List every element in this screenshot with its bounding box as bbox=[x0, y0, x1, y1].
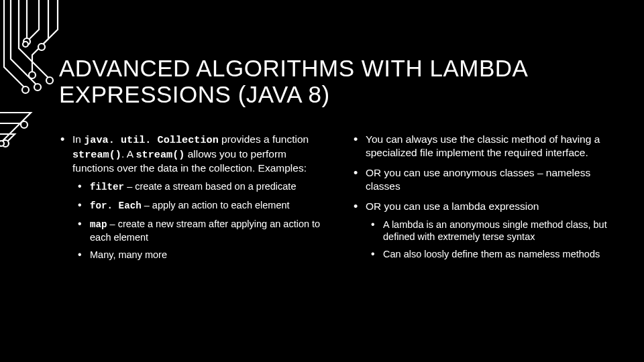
svg-point-3 bbox=[29, 72, 36, 78]
svg-point-5 bbox=[34, 84, 41, 90]
text: OR you can use a lambda expression bbox=[366, 200, 539, 212]
text: Can also loosly define them as nameless … bbox=[383, 249, 600, 259]
code: map bbox=[90, 219, 107, 230]
text: OR you can use anonymous classes – namel… bbox=[366, 167, 590, 192]
code: for. Each bbox=[90, 200, 142, 211]
left-sub-map: map – create a new stream after applying… bbox=[76, 218, 324, 243]
right-sub-lambda-def: A lambda is an anonymous single method c… bbox=[370, 219, 617, 243]
left-sub-foreach: for. Each – apply an action to each elem… bbox=[76, 199, 324, 213]
svg-point-6 bbox=[22, 86, 29, 93]
text: provides a function bbox=[219, 133, 309, 145]
text: A lambda is an anonymous single method c… bbox=[383, 219, 607, 242]
svg-point-4 bbox=[46, 77, 53, 84]
text: – create a stream based on a predicate bbox=[124, 181, 296, 192]
code: stream() bbox=[72, 149, 121, 161]
code: filter bbox=[90, 182, 124, 192]
text: You can always use the classic method of… bbox=[366, 133, 600, 158]
right-bullet-lambda: OR you can use a lambda expression A lam… bbox=[352, 200, 617, 261]
left-sub-more: Many, many more bbox=[76, 249, 324, 261]
svg-point-2 bbox=[38, 44, 45, 50]
slide-title: ADVANCED ALGORITHMS WITH LAMBDA EXPRESSI… bbox=[59, 55, 617, 107]
two-column-body: In java. util. Collection provides a fun… bbox=[59, 133, 617, 267]
svg-point-8 bbox=[2, 140, 9, 147]
svg-point-0 bbox=[23, 38, 30, 45]
right-sub-nameless: Can also loosly define them as nameless … bbox=[370, 248, 617, 260]
right-bullet-anonymous: OR you can use anonymous classes – namel… bbox=[352, 166, 617, 193]
svg-point-9 bbox=[0, 141, 4, 146]
left-bullet-intro: In java. util. Collection provides a fun… bbox=[59, 133, 324, 261]
text: – apply an action to each element bbox=[142, 200, 290, 210]
text: . A bbox=[121, 148, 136, 160]
left-column: In java. util. Collection provides a fun… bbox=[59, 133, 324, 267]
text: – create a new stream after applying an … bbox=[90, 219, 320, 243]
text: Many, many more bbox=[90, 249, 167, 260]
right-bullet-classic: You can always use the classic method of… bbox=[352, 133, 617, 160]
right-column: You can always use the classic method of… bbox=[352, 133, 617, 267]
svg-point-1 bbox=[23, 42, 28, 47]
text: In bbox=[72, 133, 84, 145]
svg-point-7 bbox=[21, 121, 28, 128]
code: stream() bbox=[136, 149, 184, 161]
left-sub-filter: filter – create a stream based on a pred… bbox=[76, 180, 324, 194]
code: java. util. Collection bbox=[84, 134, 219, 146]
